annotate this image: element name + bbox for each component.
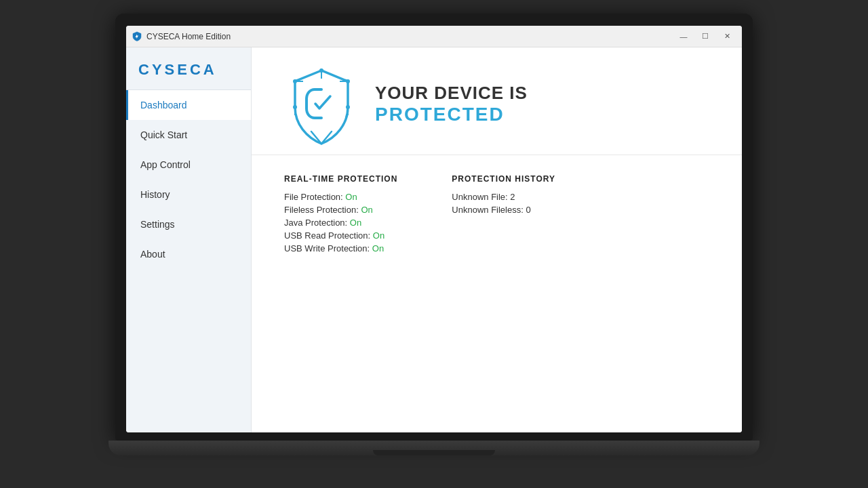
maximize-button[interactable]: ☐ (696, 29, 715, 44)
app-body: CYSECA Dashboard Quick Start App Control… (126, 47, 742, 432)
hero-line1: YOUR DEVICE IS (375, 83, 528, 104)
brand-logo: CYSECA (138, 61, 217, 78)
nav-label-appcontrol: App Control (140, 159, 191, 170)
unknown-fileless-label: Unknown Fileless: (452, 205, 526, 215)
window-controls: — ☐ ✕ (674, 29, 736, 44)
file-protection-status: On (345, 192, 357, 202)
hero-line2: PROTECTED (375, 104, 528, 125)
unknown-fileless-count: 0 (526, 205, 530, 215)
svg-point-0 (319, 68, 323, 73)
fileless-protection-label: Fileless Protection: (284, 205, 361, 215)
close-button[interactable]: ✕ (717, 29, 736, 44)
realtime-protection-column: REAL-TIME PROTECTION File Protection: On… (284, 174, 397, 256)
sidebar-item-appcontrol[interactable]: App Control (126, 150, 251, 180)
screen-bezel: CYSECA Home Edition — ☐ ✕ CYSECA Dashboa… (115, 14, 753, 441)
laptop-base (108, 441, 760, 455)
svg-point-3 (293, 105, 297, 109)
nav-label-history: History (140, 189, 170, 200)
fileless-protection-row: Fileless Protection: On (284, 205, 397, 215)
file-protection-row: File Protection: On (284, 192, 397, 202)
usb-write-status: On (372, 243, 384, 253)
hero-section: YOUR DEVICE IS PROTECTED (252, 47, 742, 155)
usb-write-label: USB Write Protection: (284, 243, 372, 253)
svg-point-4 (346, 105, 350, 109)
file-protection-label: File Protection: (284, 192, 345, 202)
laptop-shell: CYSECA Home Edition — ☐ ✕ CYSECA Dashboa… (108, 14, 760, 474)
java-protection-row: Java Protection: On (284, 218, 397, 228)
nav-label-settings: Settings (140, 219, 175, 230)
app-window: CYSECA Home Edition — ☐ ✕ CYSECA Dashboa… (126, 26, 742, 432)
history-header: PROTECTION HISTORY (452, 174, 555, 184)
nav-label-dashboard: Dashboard (140, 100, 187, 110)
fileless-protection-status: On (361, 205, 372, 215)
minimize-button[interactable]: — (674, 29, 693, 44)
sidebar-logo-area: CYSECA (126, 47, 251, 90)
sidebar-item-history[interactable]: History (126, 180, 251, 209)
shield-icon (284, 66, 359, 141)
usb-read-status: On (373, 230, 384, 241)
main-content: YOUR DEVICE IS PROTECTED REAL-TIME PROTE… (252, 47, 742, 432)
nav-label-about: About (140, 249, 165, 260)
svg-point-1 (293, 79, 297, 83)
app-icon (132, 31, 142, 42)
unknown-file-count: 2 (510, 192, 515, 202)
protection-history-column: PROTECTION HISTORY Unknown File: 2 Unkno… (452, 174, 555, 256)
sidebar: CYSECA Dashboard Quick Start App Control… (126, 47, 252, 432)
realtime-header: REAL-TIME PROTECTION (284, 174, 397, 184)
java-protection-status: On (350, 218, 361, 228)
hero-text: YOUR DEVICE IS PROTECTED (375, 83, 528, 125)
usb-write-protection-row: USB Write Protection: On (284, 243, 397, 253)
sidebar-item-about[interactable]: About (126, 239, 251, 269)
window-title: CYSECA Home Edition (146, 32, 674, 41)
java-protection-label: Java Protection: (284, 218, 350, 228)
title-bar: CYSECA Home Edition — ☐ ✕ (126, 26, 742, 47)
svg-point-2 (346, 79, 350, 83)
usb-read-protection-row: USB Read Protection: On (284, 230, 397, 241)
unknown-fileless-row: Unknown Fileless: 0 (452, 205, 555, 215)
nav-label-quickstart: Quick Start (140, 129, 187, 140)
sidebar-item-settings[interactable]: Settings (126, 209, 251, 239)
unknown-file-label: Unknown File: (452, 192, 510, 202)
usb-read-label: USB Read Protection: (284, 230, 373, 241)
sidebar-item-dashboard[interactable]: Dashboard (126, 90, 251, 120)
unknown-file-row: Unknown File: 2 (452, 192, 555, 202)
info-section: REAL-TIME PROTECTION File Protection: On… (252, 155, 742, 275)
sidebar-item-quickstart[interactable]: Quick Start (126, 120, 251, 150)
